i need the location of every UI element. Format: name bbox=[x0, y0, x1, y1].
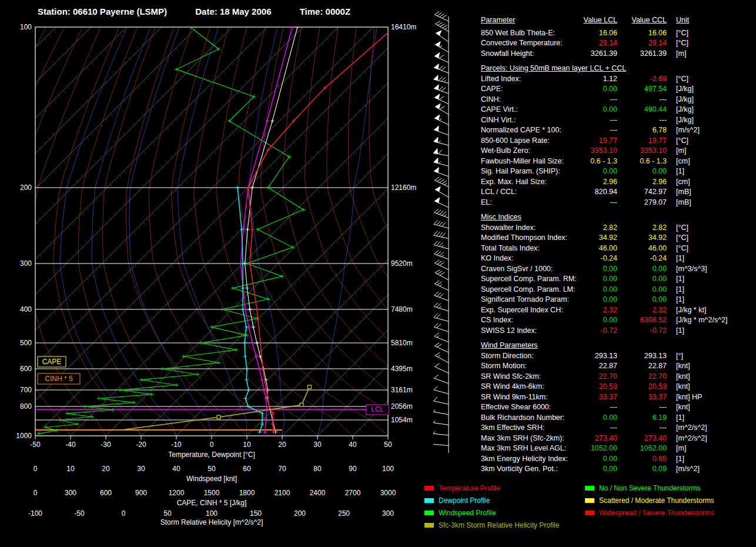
table-row: Showalter Index:2.822.82[°C] bbox=[481, 223, 755, 234]
legend-item: Scattered / Moderate Thunderstorms bbox=[585, 495, 714, 507]
value-lcl: 2.96 bbox=[580, 177, 617, 188]
svg-text:16410m: 16410m bbox=[391, 23, 416, 31]
svg-text:100: 100 bbox=[206, 509, 218, 518]
svg-text:0: 0 bbox=[122, 509, 126, 518]
svg-text:Temperature, Dewpoint [°C]: Temperature, Dewpoint [°C] bbox=[168, 451, 255, 459]
value-lcl: 0.00 bbox=[580, 166, 617, 177]
table-row: SWISS 12 Index:-0.72-0.72[1] bbox=[481, 326, 755, 336]
value-ccl: 3261.39 bbox=[617, 49, 667, 59]
param-label: CAPE: bbox=[481, 84, 580, 95]
value-ccl: -0.72 bbox=[617, 326, 667, 336]
value-ccl: 34.92 bbox=[617, 233, 667, 244]
param-label: 850-600 Lapse Rate: bbox=[481, 136, 580, 146]
svg-text:800: 800 bbox=[20, 402, 32, 411]
unit-label: [m] bbox=[676, 443, 686, 454]
value-ccl: --- bbox=[617, 423, 667, 433]
unit-label: [knt] bbox=[676, 361, 690, 372]
unit-label: [knt] bbox=[676, 372, 690, 382]
unit-label: [°C] bbox=[676, 244, 688, 254]
svg-text:600: 600 bbox=[100, 489, 112, 497]
value-lcl: 0.00 bbox=[580, 295, 617, 305]
unit-label: [°C] bbox=[676, 38, 688, 49]
svg-text:20: 20 bbox=[102, 465, 110, 473]
svg-text:2700: 2700 bbox=[345, 489, 361, 497]
table-row: CAPE:0.00497.54[J/kg] bbox=[481, 84, 755, 95]
value-lcl: --- bbox=[580, 402, 617, 413]
unit-label: [J/kg * m^2/s^2] bbox=[676, 315, 727, 326]
svg-text:500: 500 bbox=[20, 339, 32, 347]
value-ccl: 0.6 - 1.3 bbox=[617, 156, 667, 167]
unit-label: [m^2/s^2] bbox=[676, 433, 707, 444]
srh-profile bbox=[123, 387, 310, 430]
table-row: Modified Thompson Index:34.9234.92[°C] bbox=[481, 233, 755, 244]
legend-item: Widespread / Severe Thunderstorms bbox=[585, 507, 714, 519]
unit-label: [1] bbox=[676, 413, 684, 423]
value-lcl: 34.92 bbox=[580, 233, 617, 244]
param-label: KO Index: bbox=[481, 254, 580, 264]
param-label: Exp. Supercell Index CH: bbox=[481, 305, 580, 316]
svg-text:-40: -40 bbox=[65, 441, 76, 449]
svg-text:0: 0 bbox=[34, 489, 38, 497]
table-row: Significant Tornado Param:0.000.00[1] bbox=[481, 295, 755, 305]
param-label: CS Index: bbox=[481, 315, 580, 326]
svg-text:10: 10 bbox=[243, 441, 251, 449]
svg-text:400: 400 bbox=[20, 305, 32, 313]
svg-text:-30: -30 bbox=[101, 441, 111, 449]
value-lcl: 16.06 bbox=[580, 28, 617, 39]
unit-label: [1] bbox=[676, 254, 684, 264]
svg-text:40: 40 bbox=[172, 465, 180, 473]
legend-swatch-icon bbox=[424, 498, 434, 503]
header-parameter: Parameter bbox=[481, 15, 580, 26]
table-body: 850 Wet Bulb Theta-E:16.0616.06[°C]Conve… bbox=[481, 28, 755, 475]
param-label: SWISS 12 Index: bbox=[481, 326, 580, 336]
table-row: Exp. Supercell Index CH:2.322.32[J/kg * … bbox=[481, 305, 755, 316]
table-row: 3km Effective SRH:------[m^2/s^2] bbox=[481, 423, 755, 433]
unit-label: [1] bbox=[676, 295, 684, 305]
value-lcl: --- bbox=[580, 115, 617, 126]
bottom-axes: -50-40-30-20-1001020304050Temperature, D… bbox=[28, 436, 396, 526]
svg-text:5810m: 5810m bbox=[391, 339, 413, 347]
value-ccl: 20.53 bbox=[617, 382, 667, 392]
value-ccl: 22.87 bbox=[617, 361, 667, 372]
value-ccl: 1052.00 bbox=[617, 443, 667, 454]
unit-label: [1] bbox=[676, 166, 684, 177]
unit-label: [J/kg] bbox=[676, 115, 694, 126]
svg-text:0: 0 bbox=[34, 465, 38, 473]
value-ccl: -0.24 bbox=[617, 254, 667, 264]
unit-label: [m] bbox=[676, 49, 686, 59]
value-lcl: 22.70 bbox=[580, 372, 617, 382]
table-row: LCL / CCL:820.94742.97[mB] bbox=[481, 187, 755, 198]
unit-label: [mB] bbox=[676, 198, 691, 208]
legend-label: Sfc-3km Storm Relative Helicity Profile bbox=[439, 521, 559, 529]
table-row: CINH:------[J/kg] bbox=[481, 95, 755, 105]
table-row: 850-600 Lapse Rate:19.7719.77[°C] bbox=[481, 136, 755, 146]
svg-text:1800: 1800 bbox=[239, 489, 255, 497]
table-row: Effective Shear 6000:------[knt] bbox=[481, 402, 755, 413]
table-row: Wet-Bulb Zero:3353.103353.10[m] bbox=[481, 146, 755, 156]
table-row: Max 3km SRH (Sfc-2km):273.40273.40[m^2/s… bbox=[481, 433, 755, 444]
value-lcl: 2.32 bbox=[580, 305, 617, 316]
svg-text:300: 300 bbox=[20, 259, 32, 268]
value-ccl: 19.77 bbox=[617, 136, 667, 146]
value-lcl: 3353.10 bbox=[580, 146, 617, 156]
value-ccl: 497.54 bbox=[617, 84, 667, 95]
legend-swatch-icon bbox=[585, 486, 594, 491]
svg-text:150: 150 bbox=[250, 509, 262, 518]
svg-text:-50: -50 bbox=[30, 441, 41, 449]
value-ccl: --- bbox=[617, 402, 667, 413]
unit-label: [°C] bbox=[676, 223, 688, 234]
table-row: Fawbush-Miller Hail Size:0.6 - 1.30.6 - … bbox=[481, 156, 755, 167]
param-label: Bulk Richardson Number: bbox=[481, 413, 580, 423]
value-lcl: 0.00 bbox=[580, 413, 617, 423]
profile-legend: Temperature ProfileDewpoint ProfileWinds… bbox=[424, 482, 559, 532]
value-ccl: 490.44 bbox=[617, 105, 667, 115]
param-label: Storm Motion: bbox=[481, 361, 580, 372]
legend-item: Temperature Profile bbox=[424, 482, 559, 495]
value-ccl: 22.70 bbox=[617, 372, 667, 382]
svg-text:CAPE, CINH * 5 [J/kg]: CAPE, CINH * 5 [J/kg] bbox=[177, 499, 247, 507]
svg-text:1000: 1000 bbox=[16, 432, 32, 440]
svg-text:100: 100 bbox=[20, 23, 32, 31]
legend-item: Sfc-3km Storm Relative Helicity Profile bbox=[424, 519, 559, 532]
table-row: Total Totals Index:46.0046.00[°C] bbox=[481, 244, 755, 254]
value-ccl: 6.19 bbox=[617, 413, 667, 423]
